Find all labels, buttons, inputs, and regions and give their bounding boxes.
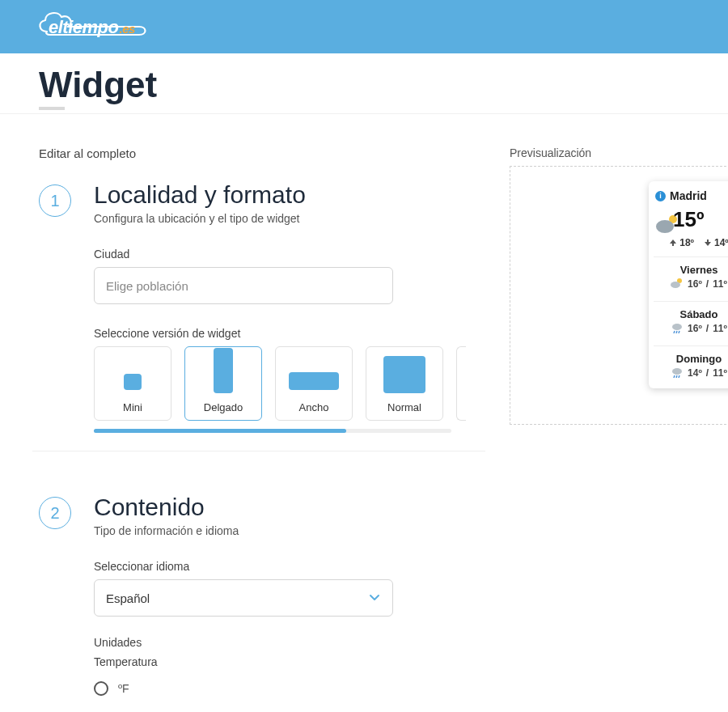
day-name: Viernes: [655, 264, 728, 276]
version-normal-label: Normal: [387, 401, 421, 413]
widget-min: 14º: [714, 237, 728, 248]
widget-now-temp: 15º: [673, 207, 704, 232]
widget-minmax: 18º 14º: [655, 237, 728, 248]
day-hi: 14º: [688, 367, 702, 379]
svg-point-8: [672, 368, 682, 375]
title-underline: [39, 107, 65, 110]
version-option-delgado[interactable]: Delgado: [184, 346, 262, 421]
step-1-title: Localidad y formato: [94, 181, 485, 209]
step-2-title: Contenido: [94, 494, 485, 521]
brand-suffix: .es: [119, 22, 134, 36]
unit-f-label: ºF: [118, 682, 129, 695]
brand-logo[interactable]: eltiempo.es: [39, 11, 148, 43]
forecast-day: Domingo 14º / 11º: [655, 346, 728, 382]
day-name: Domingo: [655, 353, 728, 365]
temperature-label: Temperatura: [94, 655, 485, 668]
svg-line-10: [676, 375, 677, 378]
rain-icon: [671, 367, 684, 379]
forecast-day: Viernes 16º / 11º: [655, 257, 728, 293]
svg-line-6: [676, 331, 677, 333]
step-1: 1 Localidad y formato Configura la ubica…: [39, 181, 485, 469]
day-hi: 16º: [688, 278, 702, 290]
svg-line-9: [674, 375, 675, 378]
step-2-number: 2: [39, 497, 71, 529]
chevron-down-icon: [368, 591, 381, 606]
city-input[interactable]: [94, 267, 393, 304]
day-lo: 11º: [713, 323, 727, 334]
version-option-overflow[interactable]: [456, 346, 466, 421]
step-1-subtitle: Configura la ubicación y el tipo de widg…: [94, 212, 485, 225]
version-label: Seleccione versión de widget: [94, 327, 485, 340]
version-delgado-label: Delgado: [204, 401, 243, 413]
version-option-normal[interactable]: Normal: [366, 346, 443, 421]
weather-widget-preview: i Madrid 15º 18º 14º Viernes: [649, 181, 728, 388]
info-icon: i: [655, 191, 666, 201]
widget-max: 18º: [679, 237, 694, 248]
weather-now-icon: [655, 214, 668, 227]
svg-line-5: [674, 331, 675, 333]
svg-line-7: [679, 331, 679, 333]
version-ancho-label: Ancho: [299, 401, 329, 413]
widget-now: 15º: [655, 207, 728, 232]
preview-label: Previsualización: [510, 146, 728, 159]
units-label: Unidades: [94, 636, 485, 649]
day-name: Sábado: [655, 308, 728, 320]
version-mini-label: Mini: [123, 401, 142, 413]
section-divider: [32, 451, 485, 451]
version-options: Mini Delgado Ancho Normal: [94, 346, 485, 421]
step-2: 2 Contenido Tipo de información e idioma…: [39, 494, 485, 712]
arrow-up-icon: [669, 239, 677, 247]
day-lo: 11º: [713, 278, 727, 290]
language-label: Seleccionar idioma: [94, 560, 485, 573]
language-select[interactable]: Español: [94, 579, 393, 617]
version-scrollbar-thumb[interactable]: [94, 429, 346, 433]
svg-point-4: [672, 324, 682, 330]
day-hi: 16º: [688, 323, 702, 334]
brand-name: eltiempo: [49, 17, 118, 37]
step-1-number: 1: [39, 184, 71, 217]
widget-city-row: i Madrid: [655, 189, 728, 202]
forecast-day: Sábado 16º / 11º: [655, 302, 728, 337]
page-title: Widget: [39, 65, 689, 105]
step-2-subtitle: Tipo de información e idioma: [94, 524, 485, 537]
shape-ancho-icon: [289, 372, 339, 390]
radio-icon: [94, 681, 108, 696]
city-label: Ciudad: [94, 248, 485, 261]
edit-complete-label: Editar al completo: [39, 146, 485, 160]
version-option-ancho[interactable]: Ancho: [275, 346, 353, 421]
top-nav: eltiempo.es: [0, 0, 728, 53]
widget-city: Madrid: [670, 189, 707, 202]
rain-icon: [671, 322, 684, 335]
language-value: Español: [106, 591, 150, 605]
shape-delgado-icon: [214, 348, 233, 393]
shape-normal-icon: [383, 356, 425, 393]
version-scrollbar[interactable]: [94, 429, 451, 433]
svg-line-11: [679, 375, 679, 378]
arrow-down-icon: [704, 239, 712, 247]
sun-cloud-icon: [671, 278, 684, 290]
day-lo: 11º: [713, 367, 727, 379]
shape-mini-icon: [124, 374, 142, 390]
preview-area: i Madrid 15º 18º 14º Viernes: [510, 166, 728, 425]
version-option-mini[interactable]: Mini: [94, 346, 171, 421]
svg-point-3: [671, 282, 680, 288]
svg-point-1: [656, 220, 674, 233]
unit-fahrenheit-option[interactable]: ºF: [94, 681, 485, 696]
